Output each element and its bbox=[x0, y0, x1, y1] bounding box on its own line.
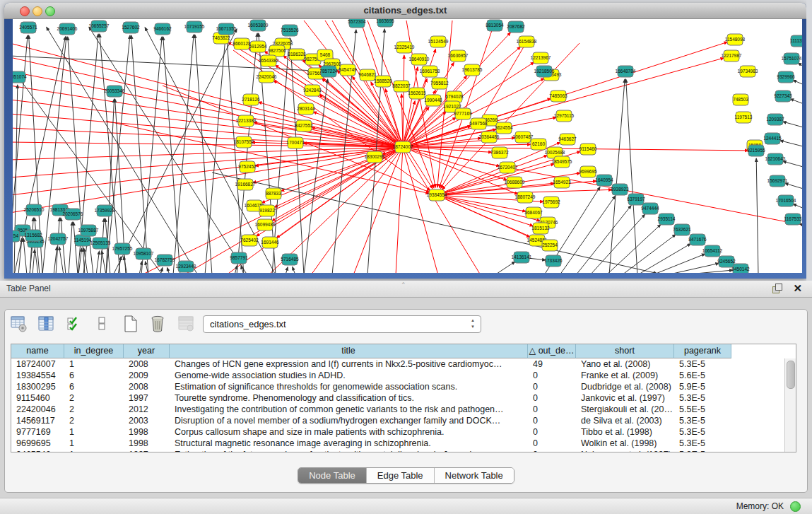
graph-node[interactable]: 39154 bbox=[13, 230, 20, 242]
graph-node[interactable]: 17359928 bbox=[95, 205, 115, 216]
graph-node[interactable]: 10654112 bbox=[702, 245, 723, 257]
graph-node[interactable]: 16648784 bbox=[616, 66, 636, 77]
table-row[interactable]: 911546021997Tourette syndrome. Phenomeno… bbox=[11, 392, 784, 404]
graph-node[interactable]: 14136141 bbox=[512, 252, 532, 263]
graph-node[interactable]: 8186328 bbox=[288, 49, 306, 60]
graph-node[interactable]: 7515526 bbox=[281, 25, 299, 36]
float-panel-icon[interactable] bbox=[772, 284, 782, 293]
graph-node[interactable]: 16210643 bbox=[765, 153, 786, 165]
graph-node[interactable]: 20364486 bbox=[479, 132, 500, 143]
delete-table-icon[interactable] bbox=[150, 315, 167, 333]
graph-node[interactable]: 9699695 bbox=[579, 166, 597, 177]
table-row[interactable]: 1872400712008Changes of HCN gene express… bbox=[11, 358, 784, 370]
graph-node[interactable]: 8813054 bbox=[486, 20, 504, 31]
graph-node[interactable]: 16543382 bbox=[259, 55, 279, 66]
graph-node[interactable]: 9242843 bbox=[303, 85, 322, 96]
graph-node[interactable]: 1209387 bbox=[766, 114, 784, 125]
graph-node[interactable]: 10958107 bbox=[134, 248, 154, 259]
graph-node[interactable]: 9752452 bbox=[238, 161, 257, 173]
table-row[interactable]: 969969511998Structural magnetic resonanc… bbox=[11, 438, 784, 449]
graph-node[interactable]: 3624554 bbox=[495, 122, 513, 134]
graph-node[interactable]: 1527602 bbox=[122, 22, 140, 33]
graph-node[interactable]: 16636957 bbox=[448, 50, 469, 62]
graph-node[interactable]: 7857224 bbox=[319, 66, 338, 77]
graph-node[interactable]: 16671355 bbox=[216, 23, 237, 35]
graph-node[interactable]: 12975115 bbox=[554, 110, 575, 122]
graph-node[interactable]: 9857791 bbox=[230, 252, 248, 264]
table-row[interactable]: 1830029562008Estimation of significance … bbox=[11, 381, 784, 392]
window-titlebar[interactable]: citations_edges.txt bbox=[4, 3, 806, 19]
graph-node[interactable]: 19166827 bbox=[235, 179, 256, 190]
graph-node[interactable]: 1315682 bbox=[24, 230, 42, 241]
citation-network-graph[interactable]: 1872400719384554746382286601285912954232… bbox=[13, 19, 802, 273]
graph-node[interactable]: 19613785 bbox=[462, 64, 483, 76]
graph-node[interactable]: 1975692 bbox=[542, 197, 560, 208]
graph-node[interactable]: 12923448 bbox=[176, 261, 196, 272]
graph-node[interactable]: 1167533 bbox=[784, 214, 802, 225]
table-row[interactable]: 2242004622012Investigating the contribut… bbox=[11, 404, 784, 415]
graph-node[interactable]: 8427552 bbox=[295, 120, 313, 132]
column-header-name[interactable]: name bbox=[11, 344, 64, 358]
graph-node[interactable]: 1197513 bbox=[735, 112, 753, 123]
graph-node[interactable]: 3684067 bbox=[524, 207, 543, 218]
graph-node[interactable]: 2935114 bbox=[658, 214, 676, 225]
tab-edge-table[interactable]: Edge Table bbox=[367, 468, 435, 483]
graph-node[interactable]: 2405571 bbox=[19, 22, 37, 33]
panel-resize-grip[interactable]: ⌃ bbox=[401, 281, 406, 288]
new-document-icon[interactable] bbox=[122, 315, 139, 333]
graph-node[interactable]: 25206510 bbox=[24, 204, 45, 216]
graph-node[interactable]: 1663695 bbox=[376, 19, 394, 27]
graph-node[interactable]: 15692971 bbox=[767, 175, 788, 187]
graph-node[interactable]: 1654923 bbox=[553, 177, 571, 188]
graph-node[interactable]: 9115460 bbox=[579, 144, 597, 155]
graph-node[interactable]: 18107552 bbox=[234, 136, 254, 148]
graph-node[interactable]: 62160 bbox=[531, 139, 546, 150]
graph-node[interactable]: 15124549 bbox=[428, 36, 449, 47]
graph-node[interactable]: 1588520 bbox=[374, 76, 392, 87]
graph-node[interactable]: 7625402 bbox=[240, 235, 259, 246]
import-table-icon[interactable] bbox=[178, 315, 195, 333]
network-canvas[interactable]: 1872400719384554746382286601285912954232… bbox=[13, 19, 802, 273]
graph-node[interactable]: 15751074 bbox=[782, 53, 802, 64]
graph-node[interactable]: 8215955 bbox=[747, 145, 765, 156]
graph-node[interactable]: 10655257 bbox=[89, 21, 110, 32]
graph-node[interactable]: 919822 bbox=[259, 205, 275, 216]
column-header-title[interactable]: title bbox=[170, 344, 528, 358]
scrollbar-thumb[interactable] bbox=[787, 361, 795, 389]
graph-node[interactable]: 1700471 bbox=[286, 137, 305, 148]
graph-node[interactable]: 16099489 bbox=[255, 219, 276, 230]
graph-node[interactable]: 5716485 bbox=[281, 254, 299, 265]
graph-node[interactable]: 10719155 bbox=[184, 21, 205, 33]
graph-node[interactable]: 19218506 bbox=[534, 66, 555, 77]
graph-node[interactable]: 16053809 bbox=[248, 20, 269, 31]
column-header-in_degree[interactable]: in_degree bbox=[64, 344, 124, 358]
graph-node[interactable]: 12213383 bbox=[236, 115, 257, 127]
graph-node[interactable]: 1111375 bbox=[790, 35, 802, 47]
graph-node[interactable]: 887833 bbox=[266, 188, 281, 199]
column-header-pagerank[interactable]: pagerank bbox=[674, 344, 731, 358]
graph-node[interactable]: 748503 bbox=[733, 94, 748, 105]
graph-node[interactable]: 2718126 bbox=[242, 94, 260, 105]
graph-node[interactable]: 18549575 bbox=[552, 156, 572, 168]
tab-network-table[interactable]: Network Table bbox=[435, 468, 514, 483]
graph-node[interactable]: 16782759 bbox=[155, 255, 175, 266]
graph-node[interactable]: 8471676 bbox=[688, 234, 707, 245]
graph-node[interactable]: 12325419 bbox=[394, 42, 415, 53]
graph-node[interactable]: 18300295 bbox=[365, 151, 385, 163]
graph-node[interactable]: 20691406 bbox=[57, 23, 78, 35]
row-chooser-icon[interactable] bbox=[94, 315, 111, 333]
graph-node[interactable]: 17016504 bbox=[776, 195, 796, 206]
close-panel-icon[interactable]: ✕ bbox=[793, 282, 802, 295]
graph-node[interactable]: 2087682 bbox=[507, 21, 525, 33]
graph-node[interactable]: 16720407 bbox=[498, 162, 518, 173]
graph-node[interactable]: 20206576 bbox=[63, 209, 83, 220]
table-row[interactable]: 946554611997Estimation of the future num… bbox=[11, 449, 784, 452]
graph-node[interactable]: 2051074 bbox=[13, 71, 27, 83]
graph-node[interactable]: 10688609 bbox=[505, 177, 525, 188]
graph-node[interactable]: 7485063 bbox=[549, 90, 567, 102]
graph-node[interactable]: 8454749 bbox=[339, 64, 357, 76]
graph-node[interactable]: 9777169 bbox=[454, 108, 472, 119]
tab-node-table[interactable]: Node Table bbox=[298, 468, 367, 483]
graph-node[interactable]: 1990448 bbox=[424, 95, 442, 106]
graph-node[interactable]: 7386372 bbox=[490, 147, 509, 158]
